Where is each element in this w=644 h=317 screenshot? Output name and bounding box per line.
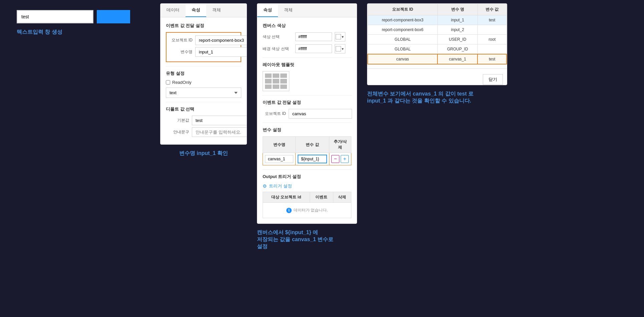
tab-attributes-2[interactable]: 속성	[257, 4, 278, 17]
var-name-input[interactable]	[195, 47, 247, 57]
cell-var-value: test	[477, 15, 507, 25]
table-row: GLOBALGROUP_ID	[368, 44, 507, 54]
bg-color-label: 배경 색상 선택	[263, 46, 293, 52]
tab-attributes[interactable]: 속성	[186, 4, 206, 17]
cell-var-name: input_1	[437, 15, 477, 25]
cell-object-id: report-component-box3	[368, 15, 437, 25]
placeholder-label: 안내문구	[166, 129, 189, 135]
variable-overview-table: 오브젝트 ID 변수 명 변수 값 report-component-box3i…	[367, 4, 507, 64]
default-value-input[interactable]	[192, 116, 247, 125]
trigger-col-2-header: 이벤트	[310, 192, 333, 203]
cell-var-name: input_2	[437, 25, 477, 35]
preview-area	[17, 10, 143, 23]
col-var-value-header: 변수 값	[477, 4, 507, 15]
event-section-title: 이벤트 값 전달 설정	[166, 23, 241, 29]
event-title-2: 이벤트 값 전달 설정	[263, 100, 351, 106]
section4-description: 전체변수 보기에서 canvas_1 의 값이 test 로 input_1 과…	[367, 91, 507, 105]
cell-object-id: GLOBAL	[368, 35, 437, 44]
no-data-text: 데이터가 없습니다.	[294, 207, 328, 213]
delete-var-btn[interactable]: −	[331, 155, 339, 163]
trigger-table: 대상 오브젝트 id 이벤트 삭제	[263, 192, 351, 203]
section-text-input-preview: 텍스트입력 창 생성	[10, 3, 150, 36]
color-input[interactable]	[295, 32, 332, 41]
table-row: report-component-box6input_2	[368, 25, 507, 35]
color-dropdown-arrow: ▼	[341, 35, 344, 39]
col-object-id-header: 오브젝트 ID	[368, 4, 437, 15]
no-data-row: ℹ 데이터가 없습니다.	[263, 203, 351, 218]
tab-bar-2: 속성 객체	[257, 4, 357, 17]
color-swatch	[336, 34, 341, 39]
var-col-value-header: 변수 값	[296, 137, 329, 153]
table-row: GLOBALUSER_IDroot	[368, 35, 507, 44]
default-section-title: 디폴트 값 선택	[166, 106, 241, 112]
close-button[interactable]: 닫기	[483, 74, 503, 85]
var-name-label: 변수명	[169, 49, 193, 55]
var-settings-title: 변수 설정	[263, 127, 351, 133]
section-variable-table: 오브젝트 ID 변수 명 변수 값 report-component-box3i…	[367, 3, 507, 105]
info-icon: ℹ	[286, 208, 292, 213]
bg-color-dropdown-arrow: ▼	[341, 47, 344, 51]
table-row: canvascanvas_1test	[368, 54, 507, 64]
canvas-object-id-input[interactable]	[289, 109, 352, 119]
section-canvas-panel: 속성 객체 캔버스 색상 색상 선택 ▼ 배경 색상 선택	[257, 3, 357, 250]
col-var-name-header: 변수 명	[437, 4, 477, 15]
trigger-gear-row[interactable]: ⚙ 트리거 설정	[263, 183, 351, 189]
var-value-cell	[296, 153, 329, 165]
var-settings-table: 변수명 변수 값 추가/삭제	[263, 136, 351, 165]
tab-object-2[interactable]: 객체	[278, 4, 299, 17]
section3-bottom-label: 캔버스에서 ${input_1} 에 저장되는 값을 canvas_1 변수로 …	[257, 229, 357, 250]
preview-text-input[interactable]	[17, 10, 93, 23]
color-swatch-btn[interactable]: ▼	[335, 32, 345, 41]
var-name-field[interactable]	[265, 155, 293, 163]
tab-data[interactable]: 데이터	[160, 4, 186, 17]
cell-object-id: GLOBAL	[368, 44, 437, 54]
tab-bar-1: 데이터 속성 객체	[160, 4, 247, 17]
color-row: 색상 선택 ▼	[263, 32, 351, 41]
gear-icon: ⚙	[263, 183, 267, 189]
readonly-row: ReadOnly	[166, 80, 241, 85]
tab-object[interactable]: 객체	[206, 4, 227, 17]
type-section-title: 유형 설정	[166, 70, 241, 76]
readonly-checkbox[interactable]	[166, 80, 170, 85]
trigger-col-1-header: 대상 오브젝트 id	[263, 192, 310, 203]
type-select[interactable]: text	[166, 88, 241, 98]
section2-label: 변수명 input_1 확인	[160, 150, 247, 157]
var-col-name-header: 변수명	[263, 137, 296, 153]
section-properties-panel: 데이터 속성 객체 이벤트 값 전달 설정 오브젝트 ID 변수명	[160, 3, 247, 157]
bg-color-input[interactable]	[295, 44, 332, 53]
var-settings-row: − +	[263, 153, 351, 165]
layout-icon	[263, 71, 289, 91]
layout-template-box[interactable]	[263, 71, 289, 91]
var-action-cell: − +	[329, 153, 351, 165]
canvas-object-id-label: 오브젝트 ID	[263, 111, 286, 117]
output-trigger-title: Output 트리거 설정	[263, 174, 351, 180]
trigger-col-3-header: 삭제	[333, 192, 351, 203]
cell-var-value	[477, 44, 507, 54]
object-id-label: 오브젝트 ID	[169, 37, 193, 43]
var-value-field[interactable]	[298, 155, 327, 163]
preview-button[interactable]	[97, 10, 130, 23]
object-id-input[interactable]	[195, 35, 247, 45]
cell-var-name: USER_ID	[437, 35, 477, 44]
layout-title: 레이아웃 템플릿	[263, 62, 351, 68]
cell-var-name: GROUP_ID	[437, 44, 477, 54]
section1-label: 텍스트입력 창 생성	[17, 29, 143, 36]
cell-var-value: root	[477, 35, 507, 44]
default-label: 기본값	[166, 118, 189, 123]
placeholder-input[interactable]	[192, 127, 247, 137]
var-col-action-header: 추가/삭제	[329, 137, 351, 153]
cell-var-value	[477, 25, 507, 35]
canvas-color-title: 캔버스 색상	[263, 23, 351, 29]
bg-color-swatch-btn[interactable]: ▼	[335, 44, 345, 53]
add-var-btn[interactable]: +	[341, 155, 349, 163]
trigger-label: 트리거 설정	[269, 183, 292, 189]
cell-var-value: test	[477, 54, 507, 64]
cell-object-id: canvas	[368, 54, 437, 64]
bg-color-row: 배경 색상 선택 ▼	[263, 44, 351, 53]
color-label: 색상 선택	[263, 34, 293, 40]
object-id-var-box: 오브젝트 ID 변수명	[166, 32, 241, 62]
table-row: report-component-box3input_1test	[368, 15, 507, 25]
readonly-label: ReadOnly	[172, 80, 192, 85]
cell-var-name: canvas_1	[437, 54, 477, 64]
cell-object-id: report-component-box6	[368, 25, 437, 35]
